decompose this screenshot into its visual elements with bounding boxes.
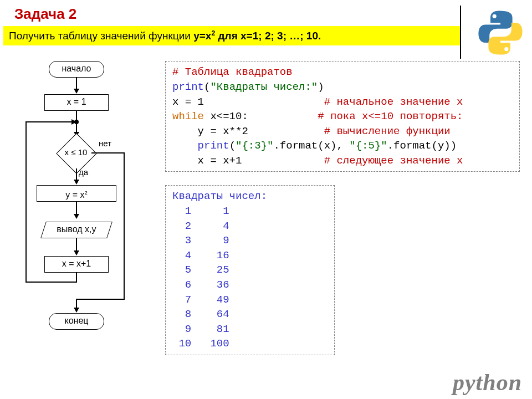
subtitle-prefix: Получить таблицу значений функции — [9, 30, 193, 42]
python-logo-icon — [475, 8, 525, 58]
flow-no-label: нет — [99, 139, 111, 148]
flow-init: x = 1 — [44, 94, 109, 111]
svg-point-0 — [493, 14, 497, 18]
flow-start: начало — [49, 61, 104, 78]
flow-end: конец — [49, 313, 104, 330]
flowchart: начало x = 1 x ≤ 10 да нет y = x2 вывод … — [6, 61, 161, 360]
output-block: Квадраты чисел: 1 1 2 4 3 9 4 16 5 25 6 … — [165, 185, 335, 355]
flow-incr: x = x+1 — [44, 256, 109, 273]
code-block: # Таблица квадратов print("Квадраты чисе… — [165, 61, 520, 172]
flow-yes-label: да — [79, 167, 88, 177]
subtitle-suffix: для x=1; 2; 3; …; 10. — [215, 30, 321, 42]
flow-output: вывод x,y — [40, 222, 112, 238]
page-title: Задача 2 — [14, 6, 532, 23]
subtitle-func: y=x — [193, 30, 211, 42]
task-description: Получить таблицу значений функции y=x2 д… — [3, 26, 461, 45]
python-wordmark: python — [453, 369, 522, 396]
flow-calc: y = x2 — [37, 185, 116, 202]
svg-point-1 — [504, 47, 508, 51]
separator-line — [460, 6, 461, 59]
